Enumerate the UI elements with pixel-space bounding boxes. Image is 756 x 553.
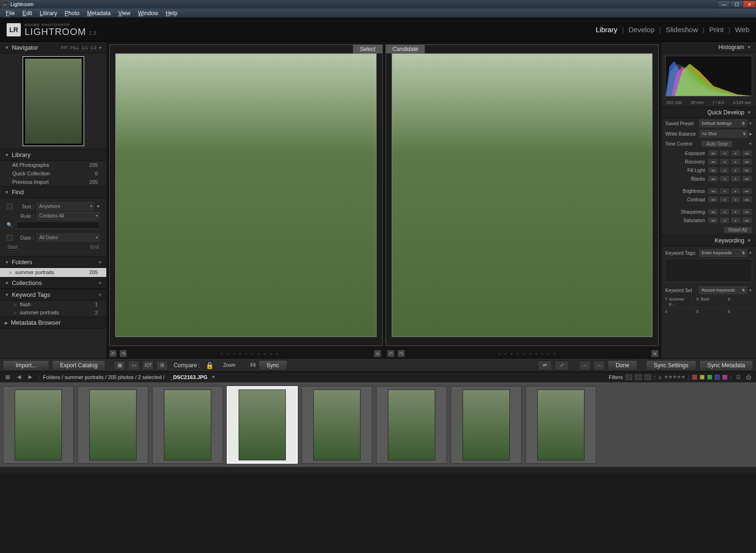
kw-cell[interactable]: 5: [693, 308, 725, 315]
qd-disclosure-icon[interactable]: ▼: [748, 121, 752, 126]
sync-button[interactable]: Sync: [258, 360, 287, 371]
quick-develop-header[interactable]: Quick Develop▼: [662, 107, 756, 118]
tone-inc-big-button[interactable]: ▸▸: [742, 175, 752, 182]
tone-dec-big-button[interactable]: ◂◂: [708, 188, 718, 194]
keyword-item[interactable]: ▹summer portraits2: [0, 309, 106, 317]
keyword-tags-header[interactable]: ▼ Keyword Tags +: [0, 289, 106, 301]
minimize-button[interactable]: —: [717, 0, 730, 8]
tone-dec-button[interactable]: ◂: [719, 167, 730, 173]
module-print[interactable]: Print: [709, 26, 724, 34]
folder-item[interactable]: ▹ summer portraits 205: [0, 268, 106, 277]
find-date-dropdown[interactable]: All Dates: [37, 233, 100, 242]
tone-inc-button[interactable]: ▸: [730, 175, 741, 182]
candidate-rating-dots[interactable]: • • • • • • • • • •: [408, 352, 649, 356]
filmstrip-thumb[interactable]: [451, 386, 522, 464]
filmstrip-thumb[interactable]: [525, 386, 596, 464]
menu-view[interactable]: View: [114, 9, 134, 17]
kw-cell[interactable]: 8flash: [693, 295, 725, 308]
filmstrip-scrollbar[interactable]: [0, 467, 756, 473]
filmstrip-thumb[interactable]: [152, 386, 223, 464]
compare-view-icon[interactable]: X|Y: [142, 361, 154, 370]
collections-header[interactable]: ▼ Collections +: [0, 277, 106, 289]
menu-edit[interactable]: Edit: [18, 9, 36, 17]
select-close-icon[interactable]: ✕: [374, 350, 381, 357]
export-catalog-button[interactable]: Export Catalog: [52, 360, 105, 371]
qd-disclosure-icon[interactable]: ▼: [748, 142, 752, 146]
lock-icon[interactable]: 🔒: [206, 362, 214, 369]
saved-preset-dropdown[interactable]: Default Settings: [699, 120, 747, 127]
filter-lock-icon[interactable]: ⊡: [734, 374, 742, 380]
kw-cell[interactable]: 7summer p...: [662, 295, 693, 308]
auto-tone-button[interactable]: Auto Tone: [701, 140, 733, 147]
keyword-tags-textarea[interactable]: [665, 259, 752, 282]
kw-cell[interactable]: 6: [724, 308, 756, 315]
tone-inc-button[interactable]: ▸: [730, 196, 741, 203]
tone-inc-button[interactable]: ▸: [730, 217, 741, 224]
qd-disclosure-icon[interactable]: ▶: [749, 132, 752, 136]
filmstrip-thumb[interactable]: [301, 386, 372, 464]
select-rating-dots[interactable]: • • • • • • • • • •: [130, 352, 371, 356]
select-rotate-right-icon[interactable]: ↷: [120, 350, 127, 357]
tone-inc-big-button[interactable]: ▸▸: [742, 208, 752, 215]
folders-header[interactable]: ▼ Folders +: [0, 256, 106, 268]
tone-dec-button[interactable]: ◂: [719, 217, 730, 224]
tone-inc-big-button[interactable]: ▸▸: [742, 188, 752, 194]
nav-zoom-1-1[interactable]: 1:1: [82, 45, 88, 50]
sync-metadata-button[interactable]: Sync Metadata: [699, 360, 753, 371]
done-button[interactable]: Done: [608, 360, 637, 371]
keywording-header[interactable]: Keywording▼: [662, 235, 756, 246]
module-library[interactable]: Library: [596, 26, 618, 34]
add-keyword-icon[interactable]: +: [98, 291, 102, 298]
tone-inc-button[interactable]: ▸: [730, 167, 741, 173]
flag-reject-icon[interactable]: [644, 374, 651, 380]
tone-dec-big-button[interactable]: ◂◂: [708, 217, 718, 224]
kw-cell[interactable]: 4: [662, 308, 693, 315]
candidate-close-icon[interactable]: ✕: [651, 350, 659, 357]
menu-library[interactable]: Library: [36, 9, 61, 17]
nav-fwd-icon[interactable]: ▶: [26, 374, 34, 380]
tone-inc-big-button[interactable]: ▸▸: [742, 158, 752, 165]
find-search-input[interactable]: [16, 221, 100, 229]
filmstrip-thumb[interactable]: [376, 386, 447, 464]
tone-dec-big-button[interactable]: ◂◂: [708, 150, 718, 156]
color-red-icon[interactable]: [692, 375, 697, 380]
path-dropdown-icon[interactable]: ▾: [212, 374, 215, 380]
tone-inc-big-button[interactable]: ▸▸: [742, 150, 752, 156]
filmstrip[interactable]: [0, 382, 756, 467]
candidate-rotate-right-icon[interactable]: ↷: [397, 350, 405, 357]
tone-inc-big-button[interactable]: ▸▸: [742, 167, 752, 173]
compare-select-pane[interactable]: Select: [109, 44, 383, 346]
reset-all-button[interactable]: Reset All: [723, 226, 752, 233]
tone-dec-big-button[interactable]: ◂◂: [708, 158, 718, 165]
tone-dec-button[interactable]: ◂: [719, 150, 730, 156]
nav-back-icon[interactable]: ◀: [15, 374, 23, 380]
search-icon[interactable]: [7, 222, 13, 228]
tone-dec-button[interactable]: ◂: [719, 196, 730, 203]
metadata-browser-header[interactable]: ▶ Metadata Browser: [0, 317, 106, 328]
grid-view-icon[interactable]: ▦: [114, 361, 125, 370]
library-item[interactable]: All Photographs205: [0, 161, 106, 169]
tone-dec-button[interactable]: ◂: [719, 208, 730, 215]
navigator-header[interactable]: ▼ Navigator FIT FILL 1:1 1:2 ▾: [0, 42, 106, 53]
tone-inc-big-button[interactable]: ▸▸: [742, 196, 752, 203]
nav-zoom-fill[interactable]: FILL: [70, 45, 79, 50]
histogram-header[interactable]: Histogram▼: [662, 42, 756, 53]
module-slideshow[interactable]: Slideshow: [666, 26, 698, 34]
rating-compare-icon[interactable]: ≥: [658, 374, 661, 380]
keyword-item[interactable]: ▹flash1: [0, 301, 106, 309]
tone-inc-button[interactable]: ▸: [730, 150, 741, 156]
filmstrip-path[interactable]: Folders / summer portraits / 205 photos …: [43, 374, 164, 380]
swap-icon[interactable]: ⇄: [538, 361, 552, 370]
qd-disclosure-icon[interactable]: ▼: [748, 251, 752, 255]
flag-pick-icon[interactable]: [626, 374, 632, 380]
find-header[interactable]: ▼ Find: [0, 186, 106, 198]
nav-zoom-fit[interactable]: FIT: [61, 45, 68, 50]
keyword-set-dropdown[interactable]: Recent Keywords: [699, 286, 747, 294]
find-text-checkbox[interactable]: [7, 204, 12, 209]
filmstrip-thumb[interactable]: [227, 386, 298, 464]
compare-candidate-pane[interactable]: Candidate: [386, 44, 659, 346]
tone-dec-big-button[interactable]: ◂◂: [708, 196, 718, 203]
add-folder-icon[interactable]: +: [98, 259, 102, 266]
tone-dec-big-button[interactable]: ◂◂: [708, 208, 718, 215]
menu-window[interactable]: Window: [134, 9, 162, 17]
